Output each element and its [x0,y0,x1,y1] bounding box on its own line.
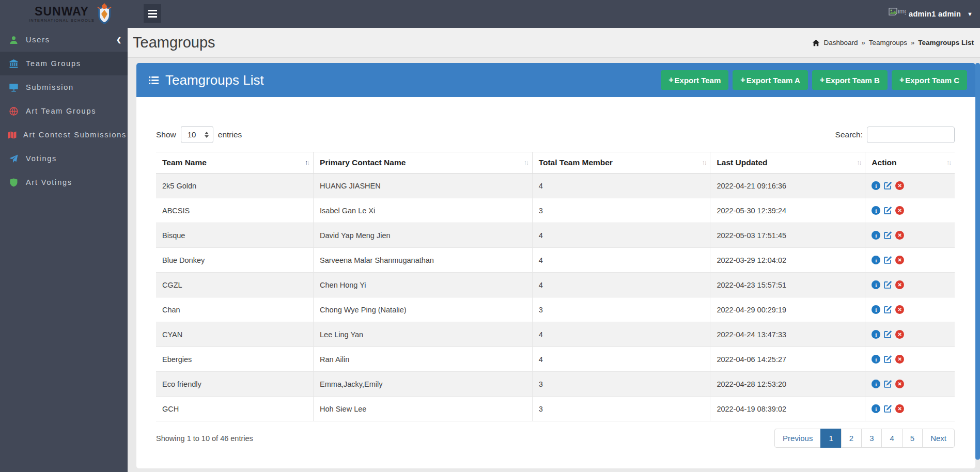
export-team-button[interactable]: +Export Team [661,70,728,90]
edit-icon[interactable] [883,380,892,388]
delete-icon[interactable]: ✕ [895,280,904,289]
breadcrumb-dashboard[interactable]: Dashboard [823,39,858,46]
column-header-team-name[interactable]: Team Name↑↓ [156,152,314,174]
page-button-1[interactable]: 1 [820,429,841,448]
page-button-2[interactable]: 2 [841,429,862,448]
teamgroups-table: Team Name↑↓Primary Contact Name↑↓Total T… [156,152,955,421]
delete-icon[interactable]: ✕ [895,380,904,388]
delete-icon[interactable]: ✕ [895,330,904,339]
page-length-select[interactable]: 10 [181,126,213,143]
export-team-a-button[interactable]: +Export Team A [733,70,808,90]
info-icon[interactable]: i [872,256,880,264]
info-icon[interactable]: i [872,231,880,240]
avatar-alt-text: img [898,8,906,15]
delete-icon[interactable]: ✕ [895,206,904,215]
sidebar: SUNWAY INTERNATIONAL SCHOOLS Users❮Team … [0,0,128,472]
shield-icon [8,178,19,187]
table-row: CYANLee Ling Yan42022-04-24 13:47:33i✕ [156,322,955,347]
breadcrumb-teamgroups-list: Teamgroups List [918,39,974,46]
edit-icon[interactable] [883,330,892,339]
cell-team: Blue Donkey [156,248,314,273]
info-icon[interactable]: i [872,404,880,413]
content: Teamgroups List +Export Team+Export Team… [128,58,980,468]
edit-icon[interactable] [883,256,892,264]
page-button-next[interactable]: Next [922,429,955,448]
sidebar-item-art-votings[interactable]: Art Votings [0,170,128,194]
table-row: BisqueDavid Yap Meng Jien42022-05-03 17:… [156,223,955,248]
cell-actions: i✕ [865,273,955,297]
sidebar-item-art-contest-submissions[interactable]: Art Contest Submissions [0,123,128,147]
sidebar-item-team-groups[interactable]: Team Groups [0,52,128,75]
brand-logo[interactable]: SUNWAY INTERNATIONAL SCHOOLS [0,0,128,28]
panel-header: Teamgroups List +Export Team+Export Team… [136,63,975,97]
delete-icon[interactable]: ✕ [895,256,904,264]
delete-icon[interactable]: ✕ [895,231,904,240]
export-team-c-button[interactable]: +Export Team C [892,70,967,90]
row-actions: i✕ [872,256,948,264]
panel-title: Teamgroups List [149,72,264,88]
page-button-3[interactable]: 3 [861,429,882,448]
column-header-last-updated[interactable]: Last Updated↑↓ [710,152,865,174]
page-button-5[interactable]: 5 [902,429,923,448]
edit-icon[interactable] [883,181,892,190]
page-title: Teamgroups [133,34,215,51]
sidebar-item-art-team-groups[interactable]: Art Team Groups [0,99,128,123]
user-menu[interactable]: img admin1 admin ▼ [889,0,973,28]
table-row: CGZLChen Hong Yi42022-04-23 15:57:51i✕ [156,273,955,297]
edit-icon[interactable] [883,305,892,314]
cell-updated: 2022-05-30 12:39:24 [710,198,865,223]
cell-members: 4 [532,322,710,347]
cell-actions: i✕ [865,174,955,198]
info-icon[interactable]: i [872,355,880,364]
cell-updated: 2022-04-29 00:29:19 [710,297,865,322]
sort-icon: ↑↓ [857,159,861,166]
column-header-primary-contact-name[interactable]: Primary Contact Name↑↓ [314,152,533,174]
cell-contact: Sarveena Malar Shanmuganathan [314,248,533,273]
sidebar-toggle-button[interactable] [144,4,161,23]
scrollbar-thumb[interactable] [975,63,980,460]
info-icon[interactable]: i [872,206,880,215]
edit-icon[interactable] [883,404,892,413]
cell-contact: HUANG JIASHEN [314,174,533,198]
edit-icon[interactable] [883,231,892,240]
breadcrumb-teamgroups[interactable]: Teamgroups [869,39,907,46]
info-icon[interactable]: i [872,330,880,339]
info-icon[interactable]: i [872,280,880,289]
delete-icon[interactable]: ✕ [895,404,904,413]
delete-icon[interactable]: ✕ [895,181,904,190]
row-actions: i✕ [872,330,948,339]
column-header-action[interactable]: Action↑↓ [865,152,955,174]
sidebar-item-votings[interactable]: Votings [0,147,128,170]
export-button-label: Export Team B [826,76,880,85]
cell-updated: 2022-04-19 08:39:02 [710,397,865,421]
sidebar-item-submission[interactable]: Submission [0,75,128,99]
page-button-previous[interactable]: Previous [774,429,821,448]
info-icon[interactable]: i [872,305,880,314]
edit-icon[interactable] [883,206,892,215]
edit-icon[interactable] [883,355,892,364]
table-row: 2k5 GoldnHUANG JIASHEN42022-04-21 09:16:… [156,174,955,198]
delete-icon[interactable]: ✕ [895,355,904,364]
caret-down-icon: ▼ [967,11,973,17]
table-row: Blue DonkeySarveena Malar Shanmuganathan… [156,248,955,273]
plus-icon: + [668,75,673,85]
cell-members: 3 [532,198,710,223]
export-button-label: Export Team A [746,76,800,85]
cell-members: 4 [532,347,710,372]
edit-icon[interactable] [883,280,892,289]
breadcrumb-items: Dashboard»Teamgroups»Teamgroups List [823,39,974,46]
desktop-icon [8,83,19,92]
delete-icon[interactable]: ✕ [895,305,904,314]
sidebar-item-label: Submission [26,83,74,91]
cell-members: 3 [532,372,710,397]
info-icon[interactable]: i [872,181,880,190]
column-header-total-team-member[interactable]: Total Team Member↑↓ [532,152,710,174]
page-button-4[interactable]: 4 [881,429,902,448]
info-icon[interactable]: i [872,380,880,388]
search-input[interactable] [867,127,955,143]
column-label: Action [872,158,896,167]
sidebar-item-users[interactable]: Users❮ [0,28,128,52]
export-team-b-button[interactable]: +Export Team B [812,70,888,90]
plus-icon: + [820,75,825,85]
sidebar-item-label: Votings [26,154,57,163]
